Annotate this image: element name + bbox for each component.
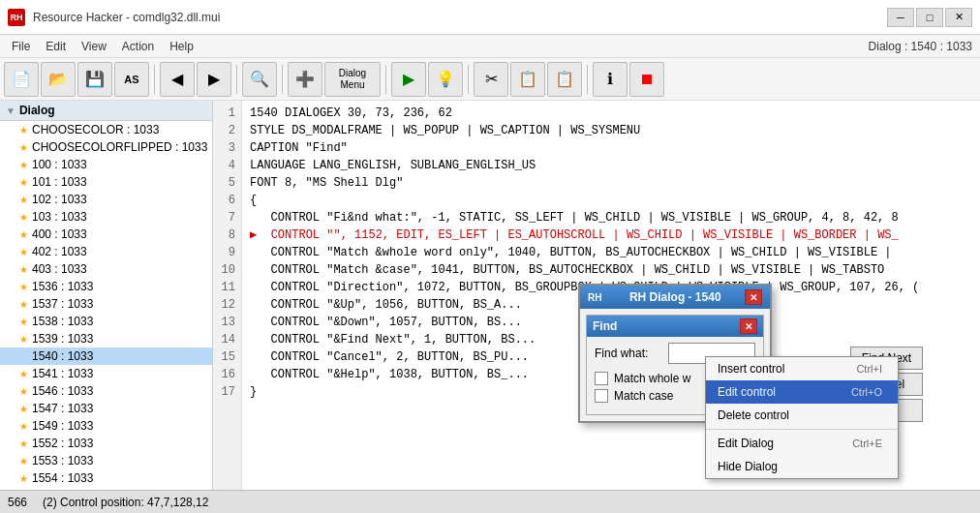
menu-bar: File Edit View Action Help Dialog : 1540… — [0, 35, 980, 58]
star-icon: ★ — [19, 334, 28, 345]
code-line-1: 1540 DIALOGEX 30, 73, 236, 62 — [250, 105, 972, 122]
star-icon: ★ — [19, 247, 28, 257]
line-numbers: 12345 678910 1112131415 1617 — [213, 101, 242, 490]
sidebar-header: ▼ Dialog — [0, 101, 212, 121]
match-case-label: Match case — [614, 389, 673, 403]
rh-dialog-title-bar: RH RH Dialog - 1540 ✕ — [580, 286, 770, 309]
sidebar-item-4[interactable]: ★102 : 1033 — [0, 191, 212, 208]
open-button[interactable]: 📂 — [41, 62, 76, 97]
menu-action[interactable]: Action — [114, 38, 162, 55]
toolbar: 📄 📂 💾 AS ◀ ▶ 🔍 ➕ DialogMenu ▶ 💡 ✂ 📋 📋 ℹ … — [0, 58, 980, 101]
window-controls: ─ □ ✕ — [887, 8, 972, 27]
bulb-button[interactable]: 💡 — [428, 62, 463, 97]
ctx-edit-control[interactable]: Edit control Ctrl+O — [706, 380, 898, 404]
ctx-separator — [706, 429, 898, 430]
cut-button[interactable]: ✂ — [474, 62, 508, 97]
sidebar-item-15[interactable]: ★1546 : 1033 — [0, 382, 212, 400]
star-icon: ☆ — [19, 351, 28, 362]
sidebar-item-6[interactable]: ★400 : 1033 — [0, 226, 212, 243]
sidebar-item-20[interactable]: ★1554 : 1033 — [0, 469, 212, 487]
add-button[interactable]: ➕ — [288, 62, 322, 97]
forward-button[interactable]: ▶ — [197, 62, 231, 97]
sidebar-item-5[interactable]: ★103 : 1033 — [0, 208, 212, 226]
sidebar-item-19[interactable]: ★1553 : 1033 — [0, 452, 212, 469]
menu-view[interactable]: View — [74, 38, 114, 55]
code-line-3: CAPTION "Find" — [250, 139, 972, 157]
back-button[interactable]: ◀ — [160, 62, 195, 97]
ctx-insert-shortcut: Ctrl+I — [856, 363, 882, 375]
match-whole-checkbox[interactable] — [595, 372, 608, 385]
star-icon: ★ — [19, 142, 28, 153]
search-button[interactable]: 🔍 — [242, 62, 277, 97]
star-icon: ★ — [19, 282, 28, 292]
ctx-delete-label: Delete control — [718, 408, 789, 422]
match-whole-label: Match whole w — [614, 372, 690, 385]
info-button[interactable]: ℹ — [593, 62, 628, 97]
star-icon: ★ — [19, 125, 28, 136]
sidebar-item-7[interactable]: ★402 : 1033 — [0, 243, 212, 260]
find-dialog-close[interactable]: ✕ — [740, 318, 757, 334]
as-button[interactable]: AS — [114, 62, 149, 97]
ctx-edit-dialog[interactable]: Edit Dialog Ctrl+E — [706, 432, 898, 455]
menu-file[interactable]: File — [4, 38, 38, 55]
ctx-edit-label: Edit control — [718, 385, 776, 399]
toolbar-sep-5 — [468, 65, 469, 94]
toolbar-sep-1 — [154, 65, 155, 94]
ctx-edit-shortcut: Ctrl+O — [851, 386, 882, 398]
sidebar-item-14[interactable]: ★1541 : 1033 — [0, 365, 212, 382]
paste-button[interactable]: 📋 — [547, 62, 582, 97]
star-icon: ★ — [19, 421, 28, 432]
sidebar-item-18[interactable]: ★1552 : 1033 — [0, 435, 212, 452]
sidebar-item-1[interactable]: ★CHOOSECOLORFLIPPED : 1033 — [0, 138, 212, 156]
dialog-menu-button[interactable]: DialogMenu — [324, 62, 381, 97]
find-what-label: Find what: — [595, 347, 662, 360]
sidebar-item-17[interactable]: ★1549 : 1033 — [0, 417, 212, 435]
minimize-button[interactable]: ─ — [887, 8, 914, 27]
sidebar-item-9[interactable]: ★1536 : 1033 — [0, 278, 212, 295]
star-icon: ★ — [19, 177, 28, 188]
new-button[interactable]: 📄 — [4, 62, 39, 97]
star-icon: ★ — [19, 212, 28, 223]
star-icon: ★ — [19, 438, 28, 449]
menu-edit[interactable]: Edit — [38, 38, 74, 55]
ctx-insert-control[interactable]: Insert control Ctrl+I — [706, 357, 898, 380]
rh-dialog-close[interactable]: ✕ — [745, 289, 762, 305]
code-line-2: STYLE DS_MODALFRAME | WS_POPUP | WS_CAPT… — [250, 122, 972, 139]
ctx-delete-control[interactable]: Delete control — [706, 404, 898, 427]
ctx-hide-dialog[interactable]: Hide Dialog — [706, 455, 898, 478]
toolbar-sep-2 — [236, 65, 237, 94]
match-case-checkbox[interactable] — [595, 389, 608, 403]
status-code: 566 — [8, 496, 27, 509]
star-icon: ★ — [19, 317, 28, 327]
close-button[interactable]: ✕ — [945, 8, 972, 27]
run-button[interactable]: ▶ — [391, 62, 426, 97]
star-icon: ★ — [19, 404, 28, 414]
star-icon: ★ — [19, 264, 28, 275]
sidebar-item-11[interactable]: ★1538 : 1033 — [0, 313, 212, 330]
sidebar-item-10[interactable]: ★1537 : 1033 — [0, 295, 212, 313]
ctx-edit-dialog-shortcut: Ctrl+E — [852, 438, 882, 449]
rh-dialog-title: RH Dialog - 1540 — [629, 290, 721, 304]
menu-help[interactable]: Help — [162, 38, 201, 55]
code-line-5: FONT 8, "MS Shell Dlg" — [250, 174, 972, 192]
sidebar-header-label: Dialog — [19, 104, 55, 117]
find-dialog-title-bar: Find ✕ — [587, 316, 763, 337]
sidebar-item-3[interactable]: ★101 : 1033 — [0, 173, 212, 191]
sidebar-item-16[interactable]: ★1547 : 1033 — [0, 400, 212, 417]
status-position: (2) Control position: 47,7,128,12 — [43, 496, 208, 509]
sidebar-item-8[interactable]: ★403 : 1033 — [0, 260, 212, 278]
ctx-insert-label: Insert control — [718, 362, 784, 376]
stop-button[interactable]: ⏹ — [629, 62, 664, 97]
maximize-button[interactable]: □ — [916, 8, 943, 27]
sidebar-item-0[interactable]: ★CHOOSECOLOR : 1033 — [0, 121, 212, 138]
ctx-edit-dialog-label: Edit Dialog — [718, 437, 774, 450]
save-button[interactable]: 💾 — [77, 62, 112, 97]
sidebar-item-12[interactable]: ★1539 : 1033 — [0, 330, 212, 347]
sidebar: ▼ Dialog ★CHOOSECOLOR : 1033 ★CHOOSECOLO… — [0, 101, 213, 490]
sidebar-item-2[interactable]: ★100 : 1033 — [0, 156, 212, 173]
code-line-4: LANGUAGE LANG_ENGLISH, SUBLANG_ENGLISH_U… — [250, 157, 972, 174]
status-bar: 566 (2) Control position: 47,7,128,12 — [0, 490, 980, 513]
code-line-9: CONTROL "Match &whole word only", 1040, … — [250, 244, 972, 261]
sidebar-item-1540[interactable]: ☆1540 : 1033 — [0, 347, 212, 365]
copy-button[interactable]: 📋 — [510, 62, 545, 97]
